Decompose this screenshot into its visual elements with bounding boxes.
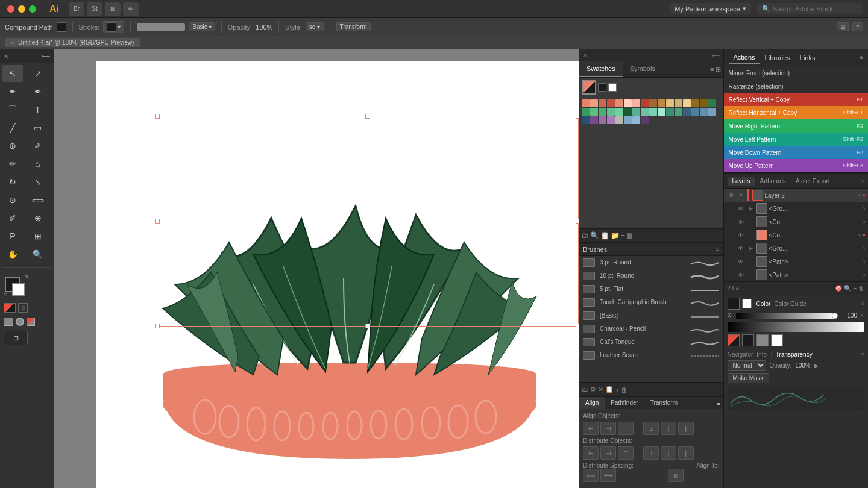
layer-path1-vis[interactable]: 👁 — [736, 257, 746, 266]
brush-item-10pt-round[interactable]: 10 pt. Round — [579, 269, 723, 283]
transparency-menu-icon[interactable]: ≡ — [861, 351, 864, 357]
fg-bg-swatches[interactable]: ↺ ⇅ — [4, 274, 29, 297]
align-top-btn[interactable]: ⊥ — [643, 422, 659, 435]
layer-target-4[interactable]: ○ — [858, 232, 861, 238]
space-h-btn[interactable]: ⟺ — [583, 469, 599, 482]
maximize-button[interactable] — [29, 5, 36, 13]
swatch-1[interactable] — [582, 99, 590, 107]
action-move-up[interactable]: Move Up Pattern Shift+F3 — [724, 159, 869, 172]
swatch-35[interactable] — [599, 116, 606, 124]
brush-item-leather[interactable]: Leather Seam — [579, 349, 723, 362]
tab-symbols[interactable]: Symbols — [623, 61, 662, 77]
swatch-28[interactable] — [675, 108, 682, 116]
swatch-36[interactable] — [607, 116, 615, 124]
rotate-tool[interactable]: ↻ — [2, 174, 23, 190]
swatch-31[interactable] — [700, 108, 708, 116]
width-tool[interactable]: ⟺ — [28, 192, 48, 208]
search-stock-input[interactable] — [773, 5, 857, 13]
artboard-tool[interactable]: ⊞ — [28, 228, 48, 245]
swatch-32[interactable] — [708, 108, 716, 116]
brush-icon[interactable]: ✏ — [123, 2, 139, 16]
workspace-selector[interactable]: My Pattern workspace ▾ — [670, 3, 751, 14]
tab-transform[interactable]: Transform — [644, 397, 684, 409]
swatch-25[interactable] — [649, 108, 657, 116]
layer-target-2[interactable]: ○ — [863, 205, 866, 211]
swatch-9[interactable] — [649, 99, 657, 107]
swatch-15[interactable] — [700, 99, 708, 107]
swatch-23[interactable] — [632, 108, 640, 116]
swatch-34[interactable] — [590, 116, 598, 124]
swatch-29[interactable] — [683, 108, 691, 116]
align-center-h-btn[interactable]: ⊣ — [600, 422, 616, 435]
swatch-37[interactable] — [615, 116, 623, 124]
line-tool[interactable]: ╱ — [2, 119, 23, 136]
swatch-27[interactable] — [666, 108, 674, 116]
minimize-button[interactable] — [18, 5, 25, 13]
swatch-11[interactable] — [666, 99, 674, 107]
action-reflect-horizontal[interactable]: Reflect Horizontal + Copy Shift+F1 — [724, 106, 869, 119]
swatch-3[interactable] — [599, 99, 606, 107]
mult-mode-icon[interactable] — [27, 318, 35, 326]
type-tool[interactable]: T — [28, 101, 48, 118]
layer-item-gro2[interactable]: 👁 ▶ <Gro... ○ — [724, 242, 869, 255]
swatch-39[interactable] — [632, 116, 640, 124]
tab-transparency[interactable]: Transparency — [776, 351, 813, 358]
brush-lib-icon[interactable]: 🗂 — [582, 386, 588, 393]
scale-tool[interactable]: ⤡ — [28, 174, 48, 190]
swatch-13[interactable] — [683, 99, 691, 107]
brush-item-cats-tongue[interactable]: Cat's Tongue — [579, 336, 723, 349]
action-reflect-vertical[interactable]: Reflect Vertical + Copy F1 — [724, 93, 869, 106]
align-center-v-btn[interactable]: | — [661, 422, 676, 435]
swatch-find-icon[interactable]: 🔍 — [590, 231, 599, 240]
tab-libraries[interactable]: Libraries — [760, 52, 795, 64]
color-x-slider[interactable] — [736, 313, 837, 319]
pencil-tool[interactable]: ✏ — [2, 155, 23, 172]
brush-new-icon[interactable]: 📋 — [605, 386, 614, 393]
layer-target-icon[interactable]: ● — [863, 192, 866, 198]
tab-swatches[interactable]: Swatches — [579, 61, 623, 77]
paint-bucket-tool[interactable]: ⊕ — [2, 137, 23, 154]
measure-tool[interactable]: ⊕ — [28, 210, 48, 227]
action-minus-front[interactable]: Minus Front (selection) — [724, 66, 869, 80]
layer-target-7[interactable]: ○ — [863, 272, 866, 278]
layers-menu-icon[interactable]: ≡ — [861, 178, 864, 184]
search-layers-icon[interactable]: 🔍 — [844, 285, 851, 292]
swatch-22[interactable] — [624, 108, 632, 116]
layer-item-path2[interactable]: 👁 <Path> ○ — [724, 268, 869, 281]
layer-gro2-vis[interactable]: 👁 — [736, 243, 746, 253]
dist-center-h-btn[interactable]: ⊣ — [600, 446, 616, 460]
brushes-menu-icon[interactable]: ≡ — [716, 246, 720, 252]
doc-tab-close[interactable]: ✕ — [11, 40, 16, 46]
tab-pathfinder[interactable]: Pathfinder — [605, 397, 644, 409]
swatch-40[interactable] — [641, 116, 649, 124]
action-move-right[interactable]: Move Right Pattern F2 — [724, 119, 869, 133]
brush-delete-icon[interactable]: 🗑 — [621, 386, 627, 393]
swatch-8[interactable] — [641, 99, 649, 107]
align-panel-menu[interactable]: ≡ — [714, 397, 723, 409]
reset-colors-icon[interactable]: ↺ — [4, 292, 8, 297]
white-swatch-mini[interactable] — [771, 334, 783, 346]
stroke-style-btn[interactable]: Basic ▾ — [189, 22, 215, 31]
brush-item-charcoal[interactable]: Charcoal - Pencil — [579, 322, 723, 336]
action-move-left[interactable]: Move Left Pattern Shift+F2 — [724, 133, 869, 146]
actions-menu-icon[interactable]: ≡ — [860, 54, 863, 61]
warp-tool[interactable]: ⊙ — [2, 192, 23, 208]
layer-expand-icon[interactable]: ▼ — [738, 192, 745, 199]
swatch-30[interactable] — [691, 108, 699, 116]
layer-target-5[interactable]: ○ — [863, 245, 866, 251]
selection-tool[interactable]: ↖ — [2, 65, 23, 82]
dist-bottom-btn[interactable]: ‖ — [678, 446, 694, 460]
rect-tool[interactable]: ▭ — [28, 119, 48, 136]
pen-tool[interactable]: ✒ — [2, 83, 23, 100]
new-layer-icon[interactable]: + — [853, 285, 857, 292]
swatch-16[interactable] — [708, 99, 716, 107]
action-rasterize[interactable]: Rasterize (selection) — [724, 80, 869, 93]
swatch-10[interactable] — [658, 99, 665, 107]
grid-view-icon[interactable]: ⊞ — [715, 66, 721, 74]
close-button[interactable] — [7, 5, 14, 13]
bridge-icon[interactable]: Br — [69, 2, 84, 16]
swap-colors-icon[interactable]: ⇅ — [25, 274, 29, 280]
blob-brush-tool[interactable]: ✐ — [28, 137, 48, 154]
brush-item-3pt-round[interactable]: 3 pt. Round — [579, 256, 723, 269]
curvature-tool[interactable]: ⌒ — [2, 101, 23, 118]
